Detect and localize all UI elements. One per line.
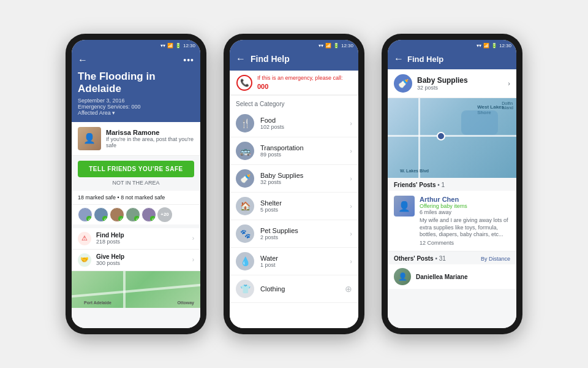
category-info: 🍼 Baby Supplies 32 posts bbox=[394, 74, 468, 93]
give-help-title: Give Help bbox=[96, 253, 187, 260]
time-display: 12:30 bbox=[183, 43, 195, 48]
category-sub-row: 🍼 Baby Supplies 32 posts › bbox=[388, 69, 516, 98]
other-post-item[interactable]: 👤 Daniellea Mariane bbox=[388, 264, 516, 289]
phone-2-screen: ▾▾ 📶 🔋 12:30 ← Find Help 📞 If this is an… bbox=[230, 40, 358, 328]
category-baby-supplies[interactable]: 🍼 Baby Supplies 32 posts › bbox=[230, 165, 358, 193]
status-bar-2: ▾▾ 📶 🔋 12:30 bbox=[230, 40, 358, 51]
check-icon: ✓ bbox=[86, 216, 92, 221]
time-display: 12:30 bbox=[499, 43, 511, 48]
others-posts-label: Others' Posts • 31 bbox=[394, 255, 446, 262]
add-icon[interactable]: ⊕ bbox=[345, 284, 352, 294]
water-name: Water bbox=[260, 255, 344, 262]
by-distance-sort[interactable]: By Distance bbox=[481, 256, 510, 262]
map-label-delfin: W. Lakes Blvd bbox=[400, 169, 429, 173]
transportation-text: Transportation 89 posts bbox=[260, 144, 344, 158]
emergency-text-group: If this is an emergency, please call: 00… bbox=[257, 75, 342, 91]
phone-3-header-info: Find Help bbox=[407, 55, 510, 64]
status-icons-2: ▾▾ 📶 🔋 12:30 bbox=[318, 43, 353, 48]
map-road-v bbox=[418, 98, 420, 178]
check-icon: ✓ bbox=[102, 216, 108, 221]
wifi-icon: 📶 bbox=[167, 43, 173, 48]
post-text: My wife and I are giving away lots of ex… bbox=[420, 217, 510, 239]
chevron-down-icon[interactable]: › bbox=[508, 80, 510, 87]
category-section: Select a Category 🍴 Food 102 posts › 🚌 T… bbox=[230, 96, 358, 328]
affected-area: Affected Area ▾ bbox=[78, 110, 194, 116]
phone-2: ▾▾ 📶 🔋 12:30 ← Find Help 📞 If this is an… bbox=[224, 34, 364, 334]
emergency-banner[interactable]: 📞 If this is an emergency, please call: … bbox=[230, 71, 358, 96]
battery-icon: 🔋 bbox=[491, 43, 497, 48]
phone-1-header: ← ••• The Flooding in Adelaide September… bbox=[72, 51, 200, 122]
battery-icon: 🔋 bbox=[175, 43, 181, 48]
category-clothing[interactable]: 👕 Clothing ⊕ bbox=[230, 275, 358, 303]
category-posts: 32 posts bbox=[417, 85, 468, 91]
category-pet-supplies[interactable]: 🐾 Pet Supplies 2 posts › bbox=[230, 220, 358, 248]
avatar: 👤 bbox=[78, 127, 101, 150]
profile-section: 👤 Marissa Ramone If you're in the area, … bbox=[72, 122, 200, 156]
category-water[interactable]: 💧 Water 1 post › bbox=[230, 248, 358, 275]
phone-3-screen: ▾▾ 📶 🔋 12:30 ← Find Help 🍼 Baby Suppli bbox=[388, 40, 516, 328]
status-bar-1: ▾▾ 📶 🔋 12:30 bbox=[72, 40, 200, 51]
back-icon[interactable]: ← bbox=[78, 55, 88, 66]
mini-map: Port Adelaide Ottoway bbox=[72, 271, 200, 308]
status-bar-3: ▾▾ 📶 🔋 12:30 bbox=[388, 40, 516, 51]
friends-posts-count: • 1 bbox=[437, 182, 445, 188]
food-name: Food bbox=[260, 117, 344, 124]
phone-1-nav: ← ••• bbox=[78, 55, 194, 66]
baby-supplies-icon: 🍼 bbox=[236, 169, 254, 188]
phones-container: ▾▾ 📶 🔋 12:30 ← ••• The Flooding in Adela… bbox=[66, 34, 522, 334]
map-view[interactable]: West LakesShore DolfinIsland W. Lakes Bl… bbox=[388, 98, 516, 178]
mini-avatar-3: ✓ bbox=[110, 207, 124, 222]
mini-avatar-5: ✓ bbox=[141, 207, 156, 222]
food-posts: 102 posts bbox=[260, 124, 344, 130]
shelter-icon: 🏠 bbox=[236, 197, 254, 215]
more-avatars-badge: +20 bbox=[157, 207, 172, 222]
category-shelter[interactable]: 🏠 Shelter 5 posts › bbox=[230, 193, 358, 220]
baby-supplies-icon: 🍼 bbox=[394, 74, 412, 93]
emergency-phone-icon: 📞 bbox=[236, 75, 252, 91]
pet-supplies-name: Pet Supplies bbox=[260, 227, 344, 234]
clothing-text: Clothing bbox=[260, 285, 339, 293]
baby-supplies-text: Baby Supplies 32 posts bbox=[260, 172, 344, 185]
others-posts-header: Others' Posts • 31 By Distance bbox=[388, 251, 516, 264]
chevron-right-icon: › bbox=[350, 120, 352, 127]
phone-1-screen: ▾▾ 📶 🔋 12:30 ← ••• The Flooding in Adela… bbox=[72, 40, 200, 328]
other-post-avatar: 👤 bbox=[394, 268, 411, 285]
category-transportation[interactable]: 🚌 Transportation 89 posts › bbox=[230, 137, 358, 165]
more-menu-icon[interactable]: ••• bbox=[183, 55, 194, 65]
time-display: 12:30 bbox=[341, 43, 353, 48]
give-help-posts: 300 posts bbox=[96, 260, 187, 266]
phone-3-header: ← Find Help bbox=[388, 51, 516, 69]
profile-info: Marissa Ramone If you're in the area, po… bbox=[106, 129, 194, 148]
mini-avatar-2: ✓ bbox=[94, 207, 108, 222]
baby-supplies-name: Baby Supplies bbox=[260, 172, 344, 179]
emergency-services: Emergency Services: 000 bbox=[78, 104, 194, 110]
help-items-list: ⚠ Find Help 218 posts › 🤝 Give Help 300 … bbox=[72, 228, 200, 271]
event-date: September 3, 2016 bbox=[78, 98, 194, 104]
map-road-h bbox=[388, 135, 516, 137]
map-label-port: Port Adelaide bbox=[84, 301, 111, 305]
find-help-text: Find Help 218 posts bbox=[96, 232, 187, 245]
map-road bbox=[72, 283, 200, 299]
post-author-name: Arthur Chen bbox=[420, 196, 510, 203]
find-help-item[interactable]: ⚠ Find Help 218 posts › bbox=[72, 228, 200, 250]
map-label-right: DolfinIsland bbox=[502, 101, 513, 110]
signal-icon: ▾▾ bbox=[160, 43, 165, 48]
phone-3-body: Friends' Posts • 1 👤 Arthur Chen Offerin… bbox=[388, 178, 516, 328]
friends-post-item[interactable]: 👤 Arthur Chen Offering baby items 6 mile… bbox=[388, 191, 516, 251]
give-help-item[interactable]: 🤝 Give Help 300 posts › bbox=[72, 250, 200, 271]
category-food[interactable]: 🍴 Food 102 posts › bbox=[230, 110, 358, 137]
transportation-icon: 🚌 bbox=[236, 142, 254, 160]
transportation-name: Transportation bbox=[260, 144, 344, 151]
shelter-text: Shelter 5 posts bbox=[260, 199, 344, 213]
mini-avatar-4: ✓ bbox=[126, 207, 140, 222]
event-title: The Flooding in Adelaide bbox=[78, 71, 194, 96]
chevron-down-icon: ▾ bbox=[112, 110, 115, 116]
signal-icon: ▾▾ bbox=[477, 43, 481, 48]
phone-3: ▾▾ 📶 🔋 12:30 ← Find Help 🍼 Baby Suppli bbox=[382, 34, 522, 334]
status-icons-3: ▾▾ 📶 🔋 12:30 bbox=[477, 43, 511, 48]
tell-friends-safe-button[interactable]: TELL FRIENDS YOU'RE SAFE bbox=[78, 161, 194, 177]
back-icon[interactable]: ← bbox=[236, 53, 246, 64]
not-in-area-button[interactable]: NOT IN THE AREA bbox=[72, 180, 200, 186]
check-icon: ✓ bbox=[134, 216, 140, 221]
back-icon[interactable]: ← bbox=[394, 53, 404, 64]
